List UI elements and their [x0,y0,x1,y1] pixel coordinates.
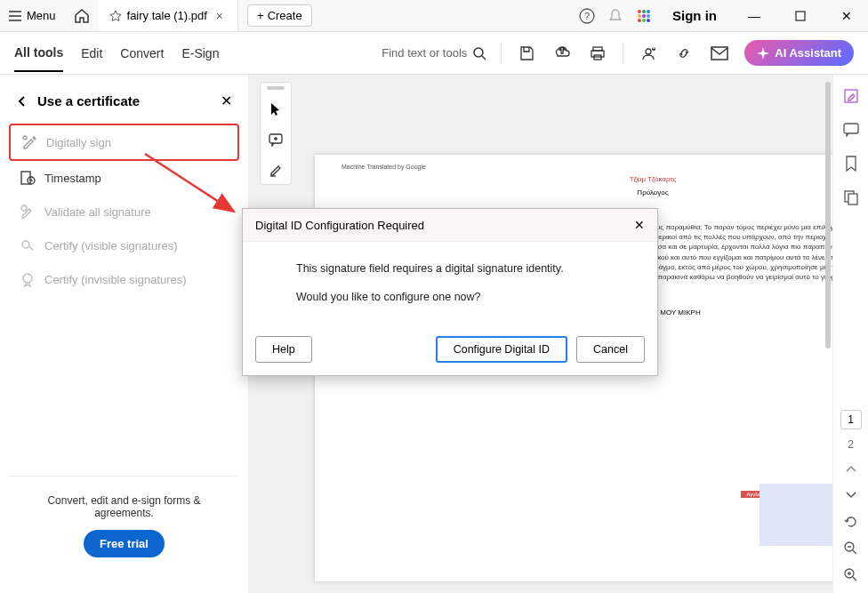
tab-esign[interactable]: E-Sign [181,36,219,71]
zoom-out-icon[interactable] [842,540,860,557]
sparkle-icon [757,47,769,60]
svg-point-16 [646,49,651,54]
rotate-icon[interactable] [842,513,860,531]
tab-edit[interactable]: Edit [81,36,102,71]
svg-point-5 [638,14,641,18]
certify-invisible-icon [20,271,36,287]
sidebar-close-button[interactable]: ✕ [221,92,232,109]
svg-point-8 [638,19,641,22]
search-icon [472,46,486,60]
document-tab[interactable]: fairy tale (1).pdf × [99,0,239,31]
hamburger-icon [9,11,21,21]
tab-all-tools[interactable]: All tools [14,35,63,72]
svg-rect-27 [844,124,858,133]
sidebar-item-digitally-sign[interactable]: Digitally sign [9,124,239,161]
signin-button[interactable]: Sign in [663,8,726,23]
signature-field[interactable] [760,484,832,546]
apps-icon[interactable] [635,7,653,25]
dialog-title: Digital ID Configuration Required [255,219,424,232]
cancel-button[interactable]: Cancel [576,336,645,363]
create-label: Create [268,9,302,22]
mt-label: Machine Translated by Google [342,164,832,170]
help-icon[interactable]: ? [578,7,596,25]
page-down-icon[interactable] [842,486,860,504]
separator [623,43,623,64]
menu-label: Menu [27,9,56,22]
home-button[interactable] [65,0,99,31]
pen-sign-icon [21,134,37,150]
drag-handle-icon[interactable] [267,86,285,90]
back-icon[interactable] [16,95,28,108]
highlight-tool[interactable] [265,159,286,180]
sidebar-item-label: Certify (invisible signatures) [44,273,187,286]
cloud-upload-icon[interactable] [551,43,573,64]
star-icon [109,10,122,22]
sidebar-item-label: Digitally sign [46,136,111,149]
svg-point-3 [642,10,646,13]
certify-visible-icon [20,237,36,253]
configure-digital-id-button[interactable]: Configure Digital ID [436,336,567,363]
panel-copy-icon[interactable] [842,188,860,206]
sidebar-item-timestamp[interactable]: Timestamp [9,161,239,195]
svg-point-9 [642,19,646,22]
vertical-toolbar [260,82,292,185]
bell-icon[interactable] [607,7,624,25]
home-icon [74,8,90,24]
prologue-text: Πρόλογος [342,188,832,196]
sidebar-footer-text: Convert, edit and e-sign forms & agreeme… [27,494,221,519]
link-icon[interactable] [673,43,695,64]
dialog-close-button[interactable]: ✕ [634,218,645,232]
svg-point-7 [647,14,650,18]
panel-bookmark-icon[interactable] [842,155,860,172]
svg-point-2 [638,10,641,13]
svg-point-4 [647,10,650,13]
vertical-scrollbar[interactable] [825,82,831,349]
timestamp-icon [20,170,36,186]
svg-rect-18 [711,47,727,60]
tab-close-button[interactable]: × [213,9,227,23]
panel-edit-icon[interactable] [842,87,860,105]
select-tool[interactable] [265,99,286,120]
zoom-in-icon[interactable] [842,566,860,584]
validate-icon [20,204,36,220]
sidebar-item-certify-invisible[interactable]: Certify (invisible signatures) [9,262,239,296]
svg-point-6 [642,14,646,18]
sidebar-item-label: Timestamp [44,172,101,185]
author-text: Τζέιμ Τζόκαρτς [342,175,832,183]
comment-tool[interactable] [265,129,286,150]
print-icon[interactable] [587,43,608,64]
svg-point-22 [21,205,27,211]
svg-text:?: ? [584,11,590,21]
sidebar-item-certify-visible[interactable]: Certify (visible signatures) [9,228,239,262]
create-button[interactable]: + Create [247,4,312,27]
tab-convert[interactable]: Convert [120,36,164,71]
minimize-button[interactable]: — [736,0,772,32]
svg-rect-29 [848,194,857,204]
sidebar-item-validate[interactable]: Validate all signature [9,195,239,228]
svg-point-10 [647,19,650,22]
find-placeholder: Find text or tools [382,46,467,60]
digital-id-dialog: Digital ID Configuration Required ✕ This… [242,208,658,376]
email-icon[interactable] [709,43,730,64]
close-window-button[interactable]: ✕ [829,0,864,32]
sidebar-item-label: Validate all signature [44,205,151,219]
svg-point-12 [474,48,483,57]
page-current-input[interactable]: 1 [840,410,862,429]
svg-rect-14 [591,51,604,57]
panel-comment-icon[interactable] [842,121,860,139]
sidebar-item-label: Certify (visible signatures) [44,239,178,252]
svg-point-23 [22,241,29,248]
page-total: 2 [848,438,854,451]
maximize-button[interactable] [783,0,818,32]
free-trial-button[interactable]: Free trial [84,530,165,557]
page-up-icon[interactable] [842,460,860,477]
share-icon[interactable] [638,43,659,64]
ai-assistant-button[interactable]: AI Assistant [744,40,854,66]
dialog-text-1: This signature field requires a digital … [296,260,604,277]
help-button[interactable]: Help [255,336,312,363]
save-icon[interactable] [516,43,537,64]
ai-label: AI Assistant [775,46,841,60]
find-input[interactable]: Find text or tools [382,46,486,60]
menu-button[interactable]: Menu [0,0,65,31]
separator [501,43,502,64]
